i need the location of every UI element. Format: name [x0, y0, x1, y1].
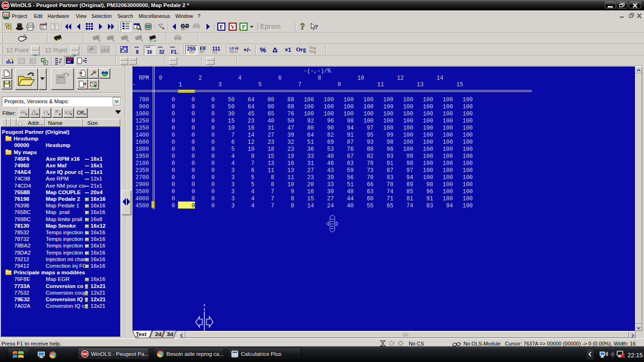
svg-text:#-#: #-# [149, 39, 157, 42]
svg-text:V: V [231, 24, 235, 30]
svg-text:P: P [242, 24, 245, 30]
svg-text:IOI..: IOI.. [181, 28, 187, 31]
svg-text:IOI: IOI [4, 13, 10, 17]
svg-text:F: F [220, 24, 223, 30]
svg-text:?: ? [300, 22, 305, 31]
svg-text:HP: HP [102, 73, 106, 75]
svg-text:F: F [45, 61, 47, 65]
svg-text:?: ? [315, 23, 318, 30]
